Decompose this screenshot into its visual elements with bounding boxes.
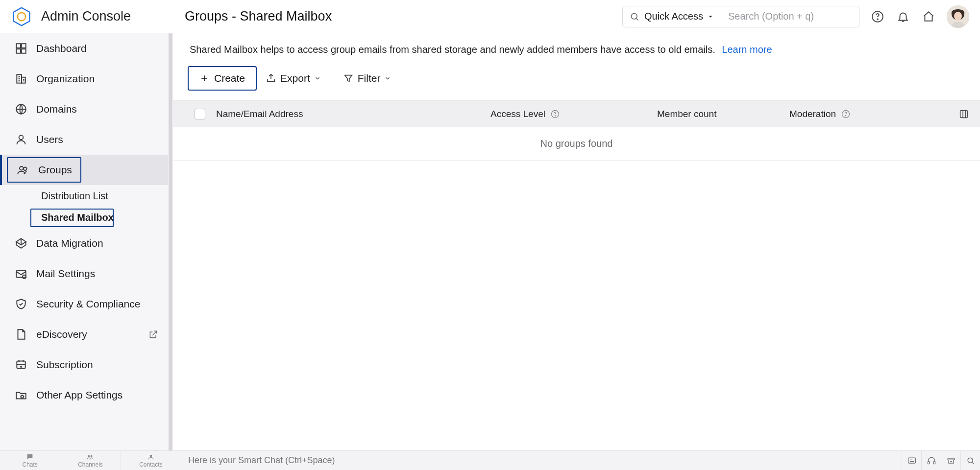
top-right: Quick Access xyxy=(622,5,980,28)
quick-access-dropdown[interactable]: Quick Access xyxy=(644,11,714,22)
nav: Dashboard Organization Domains xyxy=(0,33,173,470)
chevron-down-icon xyxy=(384,75,391,82)
export-icon xyxy=(266,73,276,84)
chatbar: Chats Channels Contacts xyxy=(0,450,980,470)
sidebar-scrollbar[interactable] xyxy=(168,33,173,470)
search-input[interactable] xyxy=(728,11,852,22)
groups-icon xyxy=(17,164,29,176)
sidebar-item-groups[interactable]: Groups xyxy=(0,155,173,185)
help-icon[interactable] xyxy=(841,109,851,119)
search-icon xyxy=(630,12,639,22)
svg-rect-33 xyxy=(933,461,935,464)
th-members[interactable]: Member count xyxy=(657,109,789,119)
svg-rect-11 xyxy=(16,49,21,53)
chat-tab-chats[interactable]: Chats xyxy=(0,451,60,470)
quick-access-label: Quick Access xyxy=(644,11,703,22)
sidebar-item-other-app-settings[interactable]: Other App Settings xyxy=(0,380,173,410)
chat-message-icon[interactable] xyxy=(902,451,921,470)
subscription-icon xyxy=(15,358,27,371)
th-access-label: Access Level xyxy=(490,109,545,119)
smart-chat-input[interactable] xyxy=(188,455,902,466)
column-settings-icon[interactable] xyxy=(958,109,969,119)
table-header: Name/Email Address Access Level Member c… xyxy=(173,101,980,127)
caret-down-icon xyxy=(707,13,714,20)
help-icon[interactable] xyxy=(550,109,560,119)
svg-point-35 xyxy=(968,458,973,463)
svg-point-16 xyxy=(19,135,24,140)
toolbar-separator xyxy=(332,72,332,85)
brand: Admin Console xyxy=(0,6,173,27)
th-access[interactable]: Access Level xyxy=(490,109,657,119)
svg-point-30 xyxy=(149,455,152,457)
sidebar-subitem-shared-mailbox[interactable]: Shared Mailbox xyxy=(0,207,173,228)
dashboard-icon xyxy=(15,42,27,55)
intro-body: Shared Mailbox helps to access group ema… xyxy=(190,44,715,55)
sidebar-item-domains[interactable]: Domains xyxy=(0,94,173,124)
svg-point-17 xyxy=(20,166,24,170)
ediscovery-icon xyxy=(15,328,27,341)
mail-settings-icon xyxy=(15,267,27,280)
svg-rect-12 xyxy=(22,49,26,53)
svg-rect-9 xyxy=(16,44,21,48)
intro-text: Shared Mailbox helps to access group ema… xyxy=(173,33,980,59)
sidebar-item-label: Mail Settings xyxy=(36,268,95,280)
topbar: Admin Console Groups - Shared Mailbox Qu… xyxy=(0,0,980,33)
svg-point-29 xyxy=(91,455,93,457)
home-icon[interactable] xyxy=(921,9,936,24)
chat-headset-icon[interactable] xyxy=(921,451,941,470)
organization-icon xyxy=(15,72,27,85)
sidebar-subitem-label: Shared Mailbox xyxy=(41,212,114,223)
sidebar-item-dashboard[interactable]: Dashboard xyxy=(0,33,173,64)
table: Name/Email Address Access Level Member c… xyxy=(173,100,980,161)
svg-rect-19 xyxy=(16,271,26,278)
select-all-checkbox[interactable] xyxy=(195,109,216,119)
create-label: Create xyxy=(214,72,245,84)
sidebar-item-ediscovery[interactable]: eDiscovery xyxy=(0,319,173,350)
sidebar-item-mail-settings[interactable]: Mail Settings xyxy=(0,258,173,289)
th-moderation[interactable]: Moderation xyxy=(789,109,917,119)
chat-tab-contacts[interactable]: Contacts xyxy=(121,451,181,470)
quick-search[interactable]: Quick Access xyxy=(622,6,859,27)
chat-search-icon[interactable] xyxy=(960,451,980,470)
help-icon[interactable] xyxy=(870,9,885,24)
learn-more-link[interactable]: Learn more xyxy=(722,44,772,55)
plus-icon xyxy=(199,73,209,83)
sidebar-item-label: Security & Compliance xyxy=(36,298,140,310)
avatar[interactable] xyxy=(947,5,969,28)
bell-icon[interactable] xyxy=(896,9,910,24)
th-name[interactable]: Name/Email Address xyxy=(216,109,490,119)
sidebar-item-data-migration[interactable]: Data Migration xyxy=(0,228,173,258)
user-icon xyxy=(15,133,27,146)
chat-archive-icon[interactable] xyxy=(941,451,960,470)
sidebar-subitem-label: Distribution List xyxy=(41,190,108,202)
gear-folder-icon xyxy=(15,389,27,401)
svg-point-28 xyxy=(88,455,90,457)
svg-rect-27 xyxy=(960,111,968,118)
svg-rect-34 xyxy=(948,458,954,460)
chat-tab-channels[interactable]: Channels xyxy=(60,451,121,470)
svg-point-3 xyxy=(877,19,878,20)
svg-rect-31 xyxy=(908,458,915,463)
create-button[interactable]: Create xyxy=(188,66,257,91)
sidebar-item-label: Domains xyxy=(36,103,77,115)
migration-icon xyxy=(15,237,27,250)
brand-title: Admin Console xyxy=(41,9,131,24)
sidebar-item-subscription[interactable]: Subscription xyxy=(0,350,173,380)
sidebar-item-users[interactable]: Users xyxy=(0,124,173,155)
sidebar-item-organization[interactable]: Organization xyxy=(0,64,173,94)
channels-icon xyxy=(86,453,94,461)
filter-icon xyxy=(343,73,354,84)
sidebar-item-label: Subscription xyxy=(36,359,93,371)
sidebar-item-label: Organization xyxy=(36,73,95,85)
sidebar-subitem-distribution-list[interactable]: Distribution List xyxy=(0,185,173,207)
table-empty-message: No groups found xyxy=(173,127,980,161)
page-title: Groups - Shared Mailbox xyxy=(173,9,332,24)
chat-tab-label: Chats xyxy=(22,461,37,468)
main: Shared Mailbox helps to access group ema… xyxy=(173,33,980,470)
sidebar-item-label: eDiscovery xyxy=(36,329,87,340)
filter-button[interactable]: Filter xyxy=(343,72,392,84)
export-button[interactable]: Export xyxy=(266,72,321,84)
th-moderation-label: Moderation xyxy=(789,109,836,119)
svg-point-18 xyxy=(24,167,27,171)
sidebar-item-security[interactable]: Security & Compliance xyxy=(0,289,173,319)
